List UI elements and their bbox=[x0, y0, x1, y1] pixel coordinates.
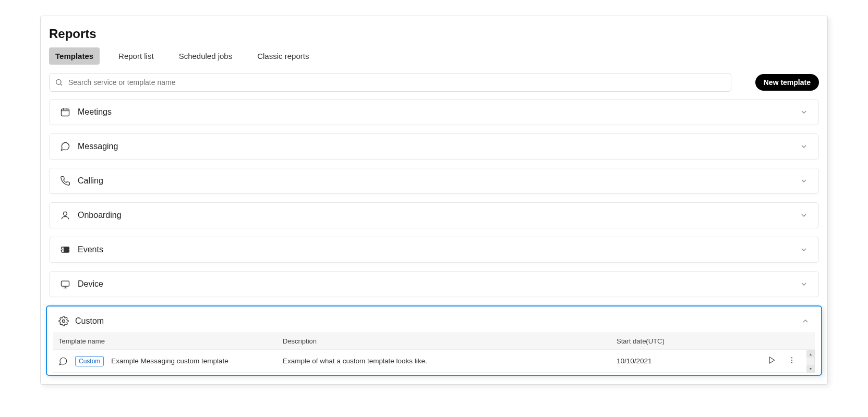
section-label: Onboarding bbox=[78, 211, 122, 220]
custom-tag: Custom bbox=[75, 356, 104, 366]
tab-templates[interactable]: Templates bbox=[49, 47, 100, 65]
chevron-down-icon bbox=[800, 211, 808, 219]
tab-scheduled-jobs[interactable]: Scheduled jobs bbox=[173, 47, 239, 65]
section-calling[interactable]: Calling bbox=[49, 168, 819, 194]
custom-header[interactable]: Custom bbox=[53, 312, 815, 333]
chevron-down-icon bbox=[800, 142, 808, 151]
tab-report-list[interactable]: Report list bbox=[112, 47, 160, 65]
device-icon bbox=[60, 279, 70, 289]
section-messaging[interactable]: Messaging bbox=[49, 133, 819, 160]
phone-icon bbox=[60, 176, 70, 186]
search-input[interactable] bbox=[68, 78, 726, 87]
svg-point-0 bbox=[56, 80, 61, 84]
new-template-button[interactable]: New template bbox=[755, 74, 819, 91]
search-icon bbox=[55, 78, 63, 87]
svg-point-11 bbox=[63, 320, 65, 323]
col-header-desc: Description bbox=[283, 337, 617, 345]
scrollbar[interactable]: ▴ ▾ bbox=[806, 350, 815, 373]
section-label: Messaging bbox=[78, 142, 118, 151]
svg-point-6 bbox=[64, 212, 67, 215]
section-label: Events bbox=[78, 245, 103, 254]
run-button[interactable] bbox=[767, 355, 777, 367]
search-wrap[interactable] bbox=[49, 73, 731, 92]
section-custom: Custom Template name Description Start d… bbox=[46, 305, 822, 376]
play-icon bbox=[768, 356, 776, 364]
section-label: Device bbox=[78, 279, 103, 289]
section-label: Calling bbox=[78, 176, 103, 186]
svg-rect-7 bbox=[64, 247, 69, 252]
section-device[interactable]: Device bbox=[49, 271, 819, 297]
svg-rect-2 bbox=[62, 109, 69, 116]
section-onboarding[interactable]: Onboarding bbox=[49, 202, 819, 228]
col-header-name: Template name bbox=[58, 337, 283, 345]
section-label: Meetings bbox=[78, 107, 112, 117]
scroll-up-button[interactable]: ▴ bbox=[806, 350, 814, 358]
chevron-down-icon bbox=[800, 177, 808, 185]
svg-rect-8 bbox=[62, 281, 69, 286]
section-events[interactable]: Events bbox=[49, 237, 819, 263]
custom-label: Custom bbox=[75, 316, 104, 326]
tabs: Templates Report list Scheduled jobs Cla… bbox=[41, 47, 827, 73]
tab-classic-reports[interactable]: Classic reports bbox=[251, 47, 315, 65]
page-title: Reports bbox=[41, 27, 827, 47]
row-date: 10/10/2021 bbox=[617, 357, 742, 365]
svg-point-14 bbox=[791, 360, 792, 361]
row-name: Example Messaging custom template bbox=[111, 357, 228, 365]
svg-point-15 bbox=[791, 362, 792, 363]
table-header: Template name Description Start date(UTC… bbox=[53, 333, 815, 350]
template-categories: Meetings Messaging Calling Onboarding bbox=[41, 99, 827, 297]
chevron-up-icon bbox=[801, 317, 810, 325]
message-icon bbox=[60, 141, 70, 152]
chevron-down-icon bbox=[800, 246, 808, 254]
table-row[interactable]: Custom Example Messaging custom template… bbox=[53, 350, 805, 373]
svg-marker-12 bbox=[769, 357, 774, 363]
scroll-down-button[interactable]: ▾ bbox=[806, 365, 814, 372]
chevron-down-icon bbox=[800, 108, 808, 116]
ticket-icon bbox=[60, 244, 70, 255]
top-row: New template bbox=[41, 73, 827, 99]
section-meetings[interactable]: Meetings bbox=[49, 99, 819, 125]
calendar-icon bbox=[60, 107, 70, 117]
svg-point-13 bbox=[791, 357, 792, 358]
message-icon bbox=[58, 357, 68, 366]
row-desc: Example of what a custom template looks … bbox=[283, 357, 617, 365]
reports-page: Reports Templates Report list Scheduled … bbox=[40, 16, 828, 385]
svg-line-1 bbox=[61, 84, 62, 85]
more-actions-button[interactable] bbox=[787, 355, 797, 367]
person-icon bbox=[60, 210, 70, 220]
gear-icon bbox=[58, 316, 69, 326]
chevron-down-icon bbox=[800, 280, 808, 288]
kebab-icon bbox=[788, 356, 796, 364]
col-header-date: Start date(UTC) bbox=[617, 337, 742, 345]
